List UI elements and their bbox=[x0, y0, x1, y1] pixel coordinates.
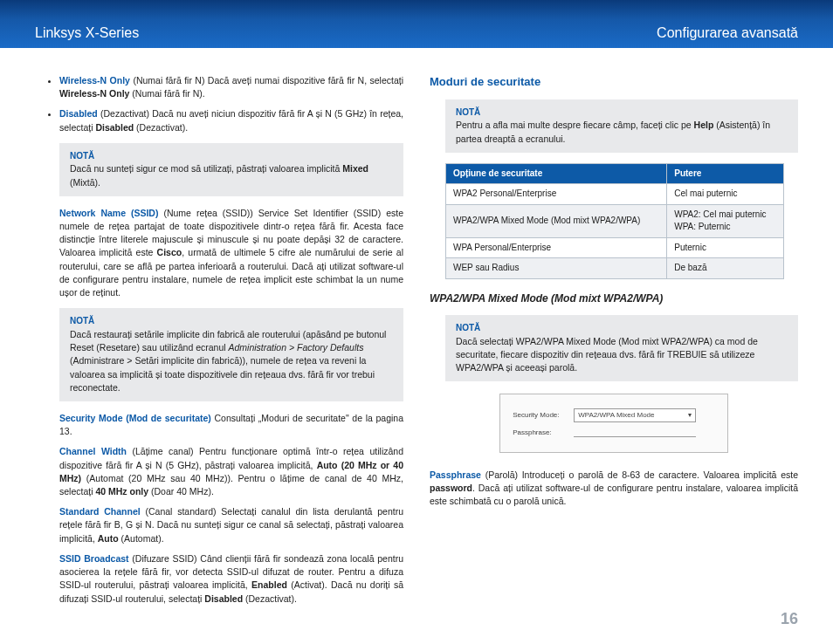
note-box-mode: NOTĂ Dacă nu sunteți sigur ce mod să uti… bbox=[59, 143, 403, 196]
bullet-wireless-n: Wireless-N Only (Numai fără fir N) Dacă … bbox=[59, 74, 403, 100]
table-row: WPA2 Personal/EnterpriseCel mai puternic bbox=[446, 184, 784, 205]
note-box-mixed: NOTĂ Dacă selectați WPA2/WPA Mixed Mode … bbox=[445, 315, 798, 381]
note-box-help: NOTĂ Pentru a afla mai multe despre fiec… bbox=[445, 99, 798, 153]
header-left: Linksys X-Series bbox=[35, 25, 139, 41]
table-header-row: Opțiune de securitate Putere bbox=[446, 163, 784, 184]
table-row: WPA Personal/EnterprisePuternic bbox=[446, 237, 784, 258]
form-row-passphrase: Passphrase: bbox=[513, 428, 715, 438]
form-row-mode: Security Mode: WPA2/WPA Mixed Mode ▾ bbox=[513, 408, 715, 422]
note-title: NOTĂ bbox=[70, 315, 393, 328]
label-security-mode: Security Mode: bbox=[513, 410, 574, 421]
th-power: Putere bbox=[667, 163, 784, 184]
table-row: WEP sau RadiusDe bază bbox=[446, 258, 784, 279]
para-ssid: Network Name (SSID) (Nume rețea (SSID)) … bbox=[59, 207, 403, 300]
page-number: 16 bbox=[781, 610, 798, 628]
table-row: WPA2/WPA Mixed Mode (Mod mixt WPA2/WPA)W… bbox=[446, 204, 784, 237]
para-passphrase: Passphrase (Parolă) Introduceți o parolă… bbox=[430, 469, 798, 509]
para-ssid-broadcast: SSID Broadcast (Difuzare SSID) Când clie… bbox=[59, 552, 403, 606]
label-passphrase: Passphrase: bbox=[513, 428, 574, 438]
left-column: Wireless-N Only (Numai fără fir N) Dacă … bbox=[35, 74, 403, 598]
section-heading-security: Moduri de securitate bbox=[430, 74, 798, 91]
security-form-illustration: Security Mode: WPA2/WPA Mixed Mode ▾ Pas… bbox=[499, 394, 728, 452]
note-title: NOTĂ bbox=[70, 150, 393, 163]
bullet-list: Wireless-N Only (Numai fără fir N) Dacă … bbox=[59, 74, 403, 134]
bullet-disabled: Disabled (Dezactivat) Dacă nu aveți nici… bbox=[59, 107, 403, 134]
chevron-down-icon: ▾ bbox=[688, 410, 692, 421]
para-channel-width: Channel Width (Lățime canal) Pentru func… bbox=[59, 445, 403, 498]
select-security-mode[interactable]: WPA2/WPA Mixed Mode ▾ bbox=[574, 408, 696, 422]
note-title: NOTĂ bbox=[456, 322, 788, 335]
para-security-mode: Security Mode (Mod de securitate) Consul… bbox=[59, 412, 403, 438]
subsection-heading-mixed: WPA2/WPA Mixed Mode (Mod mixt WPA2/WPA) bbox=[430, 291, 798, 306]
page-body: Wireless-N Only (Numai fără fir N) Dacă … bbox=[0, 48, 833, 606]
th-option: Opțiune de securitate bbox=[446, 163, 667, 184]
right-column: Moduri de securitate NOTĂ Pentru a afla … bbox=[430, 74, 798, 598]
para-standard-channel: Standard Channel (Canal standard) Select… bbox=[59, 505, 403, 545]
header-right: Configurarea avansată bbox=[657, 25, 798, 41]
input-passphrase[interactable] bbox=[574, 428, 696, 437]
page-header: Linksys X-Series Configurarea avansată bbox=[0, 0, 833, 48]
security-table: Opțiune de securitate Putere WPA2 Person… bbox=[445, 163, 784, 279]
note-box-factory: NOTĂ Dacă restaurați setările implicite … bbox=[59, 308, 403, 401]
note-title: NOTĂ bbox=[456, 106, 788, 120]
